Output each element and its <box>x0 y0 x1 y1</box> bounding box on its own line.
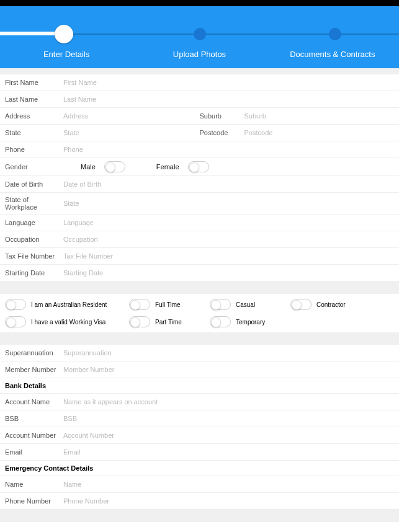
work-state-label: State of Workplace <box>5 196 62 211</box>
visa-label: I have a valid Working Visa <box>31 319 105 326</box>
start-date-label: Starting Date <box>5 269 62 277</box>
bank-section-head: Bank Details <box>0 378 399 394</box>
bsb-label: BSB <box>5 415 62 422</box>
em-name-label: Name <box>5 481 62 488</box>
step-1-dot[interactable] <box>55 25 73 43</box>
progress-header: Enter Details Upload Photos Documents & … <box>0 6 399 68</box>
postcode-label: Postcode <box>200 129 243 136</box>
occupation-input[interactable] <box>62 234 394 244</box>
contractor-toggle[interactable] <box>290 299 312 310</box>
first-name-input[interactable] <box>62 78 394 87</box>
suburb-label: Suburb <box>200 112 243 120</box>
tfn-label: Tax File Number <box>5 252 62 260</box>
dob-label: Date of Birth <box>5 180 62 188</box>
step-1-label: Enter Details <box>0 50 133 59</box>
em-phone-label: Phone Number <box>5 497 62 505</box>
super-label: Superannuation <box>5 349 62 357</box>
occupation-label: Occupation <box>5 236 62 243</box>
member-no-input[interactable] <box>62 365 394 375</box>
male-toggle[interactable] <box>104 161 125 172</box>
casual-toggle[interactable] <box>210 299 231 310</box>
last-name-label: Last Name <box>5 95 62 103</box>
state-input[interactable] <box>62 128 200 138</box>
em-phone-input[interactable] <box>62 496 394 506</box>
state-label: State <box>5 129 62 136</box>
address-input[interactable] <box>62 111 200 121</box>
language-label: Language <box>5 219 62 226</box>
emergency-section-head: Emergency Contact Details <box>0 461 399 476</box>
phone-label: Phone <box>5 146 62 153</box>
male-label: Male <box>81 163 96 171</box>
start-date-input[interactable] <box>62 268 394 278</box>
female-label: Female <box>156 163 179 171</box>
account-no-input[interactable] <box>62 430 394 440</box>
phone-input[interactable] <box>62 144 394 154</box>
email-input[interactable] <box>62 447 394 457</box>
em-name-input[interactable] <box>62 479 394 489</box>
step-3-dot[interactable] <box>329 28 341 40</box>
step-2-label: Upload Photos <box>133 50 266 59</box>
status-bar <box>0 0 399 6</box>
parttime-toggle[interactable] <box>129 316 150 327</box>
gender-label: Gender <box>5 163 62 171</box>
account-no-label: Account Number <box>5 432 62 439</box>
step-2-dot[interactable] <box>194 28 206 40</box>
language-input[interactable] <box>62 218 394 228</box>
casual-label: Casual <box>236 301 255 308</box>
account-name-label: Account Name <box>5 398 62 406</box>
email-label: Email <box>5 448 62 456</box>
female-toggle[interactable] <box>188 161 209 172</box>
fulltime-toggle[interactable] <box>129 299 150 310</box>
bsb-input[interactable] <box>62 414 394 423</box>
last-name-input[interactable] <box>62 94 394 104</box>
temporary-toggle[interactable] <box>210 316 231 327</box>
super-input[interactable] <box>62 348 394 358</box>
contractor-label: Contractor <box>316 301 346 308</box>
resident-toggle[interactable] <box>5 299 26 310</box>
work-state-input[interactable] <box>62 198 394 208</box>
resident-label: I am an Australian Resident <box>31 301 107 308</box>
member-no-label: Member Number <box>5 366 62 373</box>
account-name-input[interactable] <box>62 397 394 407</box>
address-label: Address <box>5 112 62 120</box>
fulltime-label: Full Time <box>155 301 181 308</box>
parttime-label: Part Time <box>155 319 182 326</box>
temporary-label: Temporary <box>236 319 265 326</box>
dob-input[interactable] <box>62 179 394 189</box>
visa-toggle[interactable] <box>5 316 26 327</box>
step-3-label: Documents & Contracts <box>266 50 399 59</box>
postcode-input[interactable] <box>243 128 395 138</box>
suburb-input[interactable] <box>243 111 395 121</box>
tfn-input[interactable] <box>62 251 394 261</box>
first-name-label: First Name <box>5 79 62 86</box>
